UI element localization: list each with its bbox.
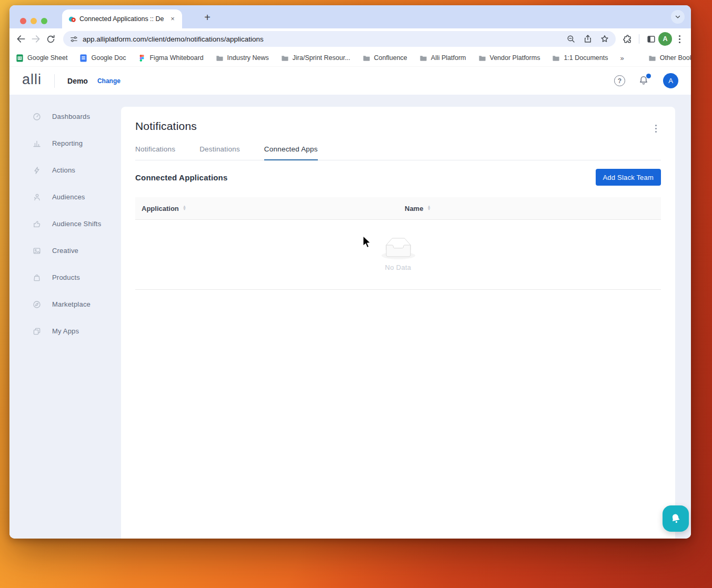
forward-icon: [31, 34, 41, 44]
bookmark-label: Alli Platform: [431, 54, 466, 62]
column-label: Application: [142, 205, 179, 212]
tab-close-icon[interactable]: [168, 15, 177, 23]
chevron-down-icon: [675, 14, 681, 20]
tab-destinations[interactable]: Destinations: [199, 145, 240, 160]
change-client-link[interactable]: Change: [97, 77, 121, 85]
sort-icon[interactable]: ▲▼: [183, 206, 186, 210]
zoom-icon[interactable]: [566, 34, 576, 44]
sidebar-item-label: Actions: [52, 166, 75, 174]
sidebar-item-label: Dashboards: [52, 113, 90, 120]
traffic-lights: [20, 18, 47, 24]
bookmark-jira-sprint[interactable]: Jira/Sprint Resour...: [281, 54, 350, 62]
folder-icon: [552, 54, 560, 62]
sidebar-item-dashboards[interactable]: Dashboards: [9, 103, 121, 130]
tab-notifications[interactable]: Notifications: [135, 145, 175, 160]
table-header-row: Application ▲▼ Name ▲▼: [135, 197, 661, 220]
card-menu-button[interactable]: [650, 123, 661, 134]
bookmark-google-doc[interactable]: Google Doc: [79, 54, 126, 62]
forward-button[interactable]: [28, 32, 43, 46]
sidebar-item-audiences[interactable]: Audiences: [9, 184, 121, 210]
lightning-icon: [33, 166, 41, 175]
person-icon: [33, 193, 41, 201]
bookmark-label: Jira/Sprint Resour...: [293, 54, 350, 62]
add-slack-team-button[interactable]: Add Slack Team: [596, 169, 661, 186]
side-panel-button[interactable]: [644, 32, 658, 46]
extensions-button[interactable]: [620, 32, 635, 46]
bookmark-vendor-platforms[interactable]: Vendor Platforms: [478, 54, 540, 62]
notifications-bell-button[interactable]: [638, 75, 650, 87]
column-header-name[interactable]: Name ▲▼: [405, 205, 431, 212]
column-header-application[interactable]: Application ▲▼: [135, 205, 405, 212]
extensions-puzzle-icon: [623, 34, 633, 44]
help-icon[interactable]: [614, 75, 625, 86]
bookmark-google-sheet[interactable]: Google Sheet: [16, 54, 67, 62]
share-icon[interactable]: [583, 34, 593, 44]
url-text[interactable]: app.alliplatform.com/client/demo/notific…: [83, 35, 562, 43]
bell-icon: [669, 512, 682, 525]
google-sheets-icon: [16, 54, 24, 62]
connected-apps-table: Application ▲▼ Name ▲▼: [135, 197, 661, 290]
notifications-card: Notifications Notifications Destinations…: [121, 107, 675, 539]
window-minimize-button[interactable]: [31, 18, 37, 24]
folder-icon: [478, 54, 486, 62]
bookmark-label: Google Doc: [91, 54, 126, 62]
tab-strip: Connected Applications :: De: [9, 5, 691, 28]
bookmarks-overflow-chevron[interactable]: »: [620, 54, 624, 62]
announcements-fab-button[interactable]: [663, 505, 689, 532]
tab-favicon: [68, 15, 76, 23]
bar-chart-icon: [33, 139, 41, 148]
apps-icon: [33, 327, 41, 336]
new-tab-button[interactable]: [200, 11, 215, 25]
bookmark-figma-whiteboard[interactable]: Figma Whiteboard: [138, 54, 203, 62]
bookmark-label: Google Sheet: [27, 54, 67, 62]
folder-icon: [363, 54, 370, 62]
toolbar-divider: [639, 34, 639, 44]
alli-logo[interactable]: alli: [22, 73, 42, 89]
thumbs-up-icon: [33, 220, 41, 228]
sidebar-item-my-apps[interactable]: My Apps: [9, 318, 121, 344]
browser-menu-button[interactable]: [672, 32, 687, 46]
gauge-icon: [33, 113, 41, 121]
folder-icon: [216, 54, 224, 62]
client-name: Demo: [67, 77, 88, 85]
other-bookmarks-label: Other Bookmarks: [660, 54, 691, 62]
url-bar[interactable]: app.alliplatform.com/client/demo/notific…: [63, 31, 616, 47]
browser-profile-avatar[interactable]: A: [658, 32, 672, 46]
image-icon: [33, 247, 41, 255]
bookmark-1-1-documents[interactable]: 1:1 Documents: [552, 54, 608, 62]
sidebar-item-label: Reporting: [52, 139, 83, 147]
sort-icon[interactable]: ▲▼: [427, 206, 430, 210]
page-tabs: Notifications Destinations Connected App…: [135, 145, 661, 160]
sidebar-item-marketplace[interactable]: Marketplace: [9, 291, 121, 318]
reload-icon: [46, 34, 56, 44]
other-bookmarks[interactable]: Other Bookmarks: [648, 54, 691, 62]
sidebar-item-creative[interactable]: Creative: [9, 237, 121, 264]
bookmark-star-icon[interactable]: [600, 34, 609, 44]
shopping-bag-icon: [33, 273, 41, 282]
no-data-label: No Data: [385, 263, 412, 271]
tab-connected-apps[interactable]: Connected Apps: [264, 145, 318, 160]
notification-badge: [646, 74, 651, 78]
table-empty-state: No Data: [135, 220, 661, 290]
bookmark-alli-platform[interactable]: Alli Platform: [419, 54, 466, 62]
browser-tab[interactable]: Connected Applications :: De: [62, 9, 182, 28]
window-zoom-button[interactable]: [41, 18, 47, 24]
browser-toolbar: app.alliplatform.com/client/demo/notific…: [9, 28, 691, 49]
sidebar-item-label: Creative: [52, 247, 78, 255]
back-button[interactable]: [14, 32, 28, 46]
user-avatar[interactable]: A: [663, 73, 678, 88]
sidebar-item-products[interactable]: Products: [9, 264, 121, 291]
mouse-cursor: [362, 235, 372, 249]
kebab-menu-icon: [655, 128, 657, 129]
bookmark-confluence[interactable]: Confluence: [363, 54, 407, 62]
sidebar-item-label: Audiences: [52, 193, 85, 201]
sidebar-item-reporting[interactable]: Reporting: [9, 130, 121, 157]
sidebar-item-audience-shifts[interactable]: Audience Shifts: [9, 210, 121, 237]
tab-search-button[interactable]: [671, 10, 685, 24]
site-settings-icon[interactable]: [69, 35, 78, 44]
browser-window: Connected Applications :: De app.allipla…: [9, 5, 691, 539]
sidebar-item-actions[interactable]: Actions: [9, 157, 121, 184]
bookmark-industry-news[interactable]: Industry News: [216, 54, 269, 62]
reload-button[interactable]: [43, 32, 58, 46]
window-close-button[interactable]: [20, 18, 26, 24]
